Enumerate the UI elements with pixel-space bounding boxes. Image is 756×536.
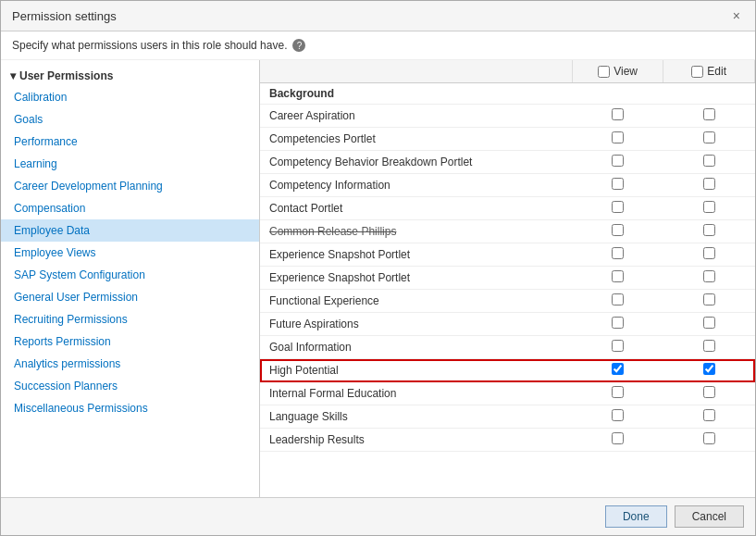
edit-checkbox[interactable] [703,293,715,305]
sidebar-item-compensation[interactable]: Compensation [1,197,259,219]
row-view-cell [572,151,663,174]
dialog-subtitle: Specify what permissions users in this r… [1,31,755,60]
edit-checkbox[interactable] [703,317,715,329]
table-row: Functional Experience [260,290,755,313]
edit-all-checkbox[interactable] [691,66,703,78]
row-label: Internal Formal Education [260,382,572,405]
content-panel: View Edit BackgroundCa [260,60,755,497]
sidebar-item-employee-views[interactable]: Employee Views [1,242,259,264]
table-row: High Potential [260,359,755,382]
dialog-body: ▾ User Permissions CalibrationGoalsPerfo… [1,60,755,497]
row-label: Experience Snapshot Portlet [260,243,572,267]
col-header-name [260,60,572,83]
view-checkbox[interactable] [612,131,624,143]
table-body: BackgroundCareer AspirationCompetencies … [260,83,755,452]
view-all-checkbox[interactable] [598,66,610,78]
edit-checkbox[interactable] [703,178,715,190]
edit-checkbox[interactable] [703,432,715,444]
row-view-cell [572,267,663,290]
table-row: Goal Information [260,336,755,359]
row-edit-cell [663,429,755,452]
view-checkbox[interactable] [612,270,624,282]
view-checkbox[interactable] [612,201,624,213]
row-view-cell [572,105,663,128]
table-container[interactable]: View Edit BackgroundCa [260,60,755,497]
table-row: Competency Information [260,174,755,197]
edit-checkbox[interactable] [703,386,715,398]
sidebar-item-sap-system-configuration[interactable]: SAP System Configuration [1,264,259,286]
edit-checkbox[interactable] [703,155,715,167]
row-view-cell [572,174,663,197]
table-row: Background [260,83,755,105]
sidebar-item-calibration[interactable]: Calibration [1,86,259,108]
view-checkbox[interactable] [612,247,624,259]
view-checkbox[interactable] [612,317,624,329]
table-row: Competencies Portlet [260,128,755,151]
row-view-cell [572,313,663,336]
view-checkbox[interactable] [612,224,624,236]
row-view-cell [572,197,663,220]
row-label: Leadership Results [260,429,572,452]
edit-checkbox[interactable] [703,409,715,421]
row-edit-cell [663,105,755,128]
edit-checkbox[interactable] [703,131,715,143]
sidebar-item-learning[interactable]: Learning [1,153,259,175]
sidebar-item-performance[interactable]: Performance [1,131,259,153]
sidebar-item-recruiting-permissions[interactable]: Recruiting Permissions [1,308,259,330]
collapse-icon[interactable]: ▾ [10,69,16,82]
view-checkbox[interactable] [612,409,624,421]
edit-checkbox[interactable] [703,201,715,213]
table-row: Competency Behavior Breakdown Portlet [260,151,755,174]
row-label: Competency Information [260,174,572,197]
dialog-title: Permission settings [12,9,117,23]
sidebar-item-employee-data[interactable]: Employee Data [1,219,259,242]
table-row: Future Aspirations [260,313,755,336]
view-checkbox[interactable] [612,386,624,398]
subtitle-text: Specify what permissions users in this r… [12,39,287,52]
sidebar-item-reports-permission[interactable]: Reports Permission [1,330,259,353]
sidebar-item-miscellaneous-permissions[interactable]: Miscellaneous Permissions [1,397,259,419]
table-row: Experience Snapshot Portlet [260,267,755,290]
sidebar-items-container: CalibrationGoalsPerformanceLearningCaree… [1,86,259,419]
help-icon[interactable]: ? [292,39,305,52]
row-label: Goal Information [260,336,572,359]
row-label: Competencies Portlet [260,128,572,151]
edit-checkbox[interactable] [703,340,715,352]
view-checkbox[interactable] [612,363,624,375]
view-checkbox[interactable] [612,155,624,167]
row-label: Experience Snapshot Portlet [260,267,572,290]
permission-settings-dialog: Permission settings × Specify what permi… [0,0,756,536]
view-checkbox[interactable] [612,108,624,120]
edit-checkbox[interactable] [703,247,715,259]
close-button[interactable]: × [729,8,744,23]
row-edit-cell [663,197,755,220]
row-view-cell [572,83,663,105]
sidebar-item-analytics-permissions[interactable]: Analytics permissions [1,353,259,375]
view-checkbox[interactable] [612,178,624,190]
table-row: Career Aspiration [260,105,755,128]
row-label: Competency Behavior Breakdown Portlet [260,151,572,174]
sidebar-item-general-user-permission[interactable]: General User Permission [1,286,259,308]
view-checkbox[interactable] [612,293,624,305]
view-checkbox[interactable] [612,432,624,444]
cancel-button[interactable]: Cancel [675,505,744,528]
row-edit-cell [663,313,755,336]
row-edit-cell [663,128,755,151]
row-edit-cell [663,359,755,382]
edit-checkbox[interactable] [703,224,715,236]
edit-checkbox[interactable] [703,108,715,120]
row-label: Common Release Phillips [260,220,572,243]
edit-checkbox[interactable] [703,363,715,375]
view-checkbox[interactable] [612,340,624,352]
row-label: Contact Portlet [260,197,572,220]
edit-checkbox[interactable] [703,270,715,282]
row-edit-cell [663,382,755,405]
sidebar-item-succession-planners[interactable]: Succession Planners [1,375,259,397]
sidebar-item-career-development-planning[interactable]: Career Development Planning [1,175,259,197]
done-button[interactable]: Done [605,505,667,528]
row-view-cell [572,290,663,313]
row-edit-cell [663,151,755,174]
row-label: Future Aspirations [260,313,572,336]
sidebar-item-goals[interactable]: Goals [1,108,259,131]
table-row: Experience Snapshot Portlet [260,243,755,267]
